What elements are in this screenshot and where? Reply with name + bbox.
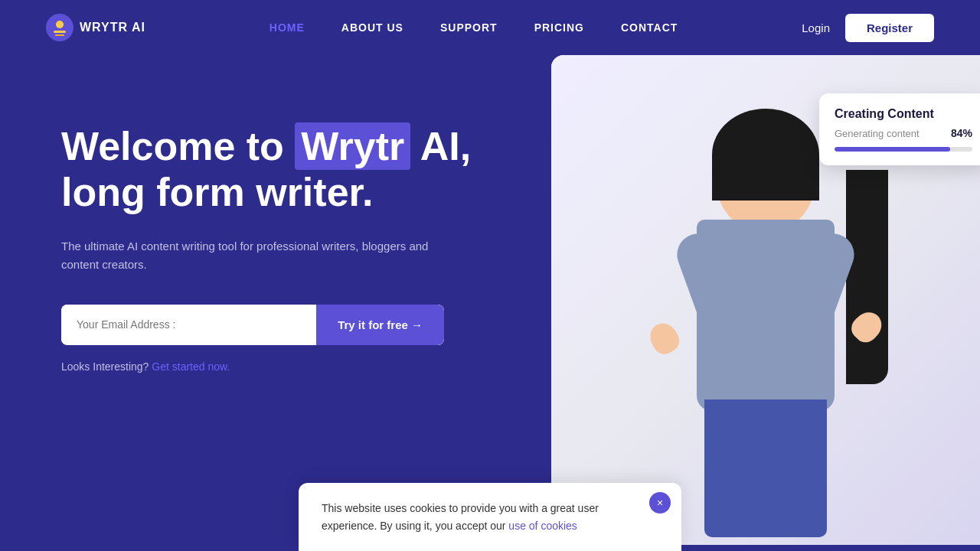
nav-contact[interactable]: CONTACT — [621, 21, 678, 34]
hero-title-highlight: Wrytr — [295, 122, 410, 170]
cookie-banner: × This website uses cookies to provide y… — [299, 483, 681, 551]
get-started-link[interactable]: Get started now. — [152, 360, 230, 373]
nav-links: HOME ABOUT US SUPPORT PRICING CONTACT — [270, 21, 678, 34]
card-label: Generating content — [835, 128, 920, 139]
progress-bar-fill — [835, 147, 950, 152]
email-form: Try it for free → — [61, 305, 444, 345]
card-title: Creating Content — [835, 107, 972, 121]
person-lower — [704, 399, 827, 537]
nav-actions: Login Register — [802, 14, 934, 42]
hero-content: Welcome to Wrytr AI, long form writer. T… — [61, 101, 505, 373]
navbar: WRYTR AI HOME ABOUT US SUPPORT PRICING C… — [0, 0, 980, 55]
hero-section: Welcome to Wrytr AI, long form writer. T… — [0, 55, 980, 551]
logo-icon — [46, 14, 74, 41]
progress-bar-bg — [835, 147, 972, 152]
nav-support[interactable]: SUPPORT — [440, 21, 498, 34]
hero-image-panel: Creating Content Generating content 84% — [551, 55, 980, 545]
try-free-button[interactable]: Try it for free → — [316, 305, 444, 345]
card-stats-row: Generating content 84% — [835, 127, 972, 139]
hero-title-prefix: Welcome to — [61, 124, 295, 168]
person-hair — [712, 109, 819, 201]
hero-title-line2: long form writer. — [61, 170, 373, 214]
svg-point-1 — [56, 21, 64, 28]
svg-rect-2 — [54, 31, 66, 33]
hero-cta-text: Looks Interesting? Get started now. — [61, 360, 505, 373]
hero-title-suffix: AI, — [410, 124, 471, 168]
person-hand-left — [645, 318, 683, 358]
cookie-close-button[interactable]: × — [649, 492, 671, 514]
register-button[interactable]: Register — [845, 14, 934, 42]
hero-title: Welcome to Wrytr AI, long form writer. — [61, 124, 505, 216]
nav-about[interactable]: ABOUT US — [341, 21, 403, 34]
person-figure — [620, 101, 911, 545]
brand-name: WRYTR AI — [80, 21, 145, 34]
person-body — [697, 220, 835, 411]
creating-content-card: Creating Content Generating content 84% — [819, 93, 980, 165]
login-button[interactable]: Login — [802, 21, 830, 34]
card-percent: 84% — [951, 127, 972, 139]
hero-subtitle: The ultimate AI content writing tool for… — [61, 237, 429, 274]
looks-interesting-text: Looks Interesting? — [61, 360, 149, 373]
nav-pricing[interactable]: PRICING — [534, 21, 584, 34]
brand-logo[interactable]: WRYTR AI — [46, 14, 145, 41]
svg-rect-3 — [55, 34, 64, 36]
cookie-link[interactable]: use of cookies — [508, 520, 577, 532]
email-input[interactable] — [61, 305, 316, 344]
person-hair-long — [846, 170, 888, 384]
nav-home[interactable]: HOME — [270, 21, 305, 34]
